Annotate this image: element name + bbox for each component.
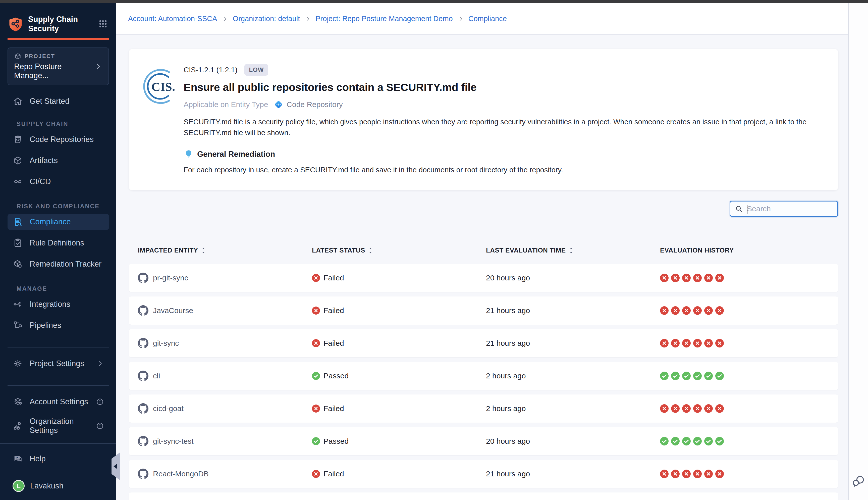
info-icon[interactable] — [96, 422, 104, 430]
entity-name-link[interactable]: git-sync — [153, 339, 179, 348]
user-menu[interactable]: L Lavakush — [8, 478, 109, 494]
supply-chain-security-logo-icon — [8, 16, 24, 32]
box-gear-icon — [13, 259, 23, 269]
column-header-impacted-entity[interactable]: IMPACTED ENTITY — [138, 247, 312, 254]
status-label: Failed — [324, 339, 344, 348]
latest-status-cell: Failed — [312, 339, 486, 348]
table-row[interactable]: git-sync-test Passed 20 hours ago — [129, 427, 838, 455]
entity-name-link[interactable]: git-sync-test — [153, 437, 194, 445]
history-fail-icon — [682, 306, 691, 315]
table-row[interactable]: cli Passed 2 hours ago — [129, 362, 838, 390]
history-fail-icon — [704, 404, 713, 413]
sidebar-item-integrations[interactable]: Integrations — [8, 296, 109, 312]
history-fail-icon — [715, 306, 724, 315]
breadcrumb-organization-link[interactable]: Organization: default — [233, 14, 300, 23]
breadcrumb-account-link[interactable]: Account: Automation-SSCA — [128, 14, 217, 23]
table-header: IMPACTED ENTITY LATEST STATUS LAST EVALU… — [129, 247, 838, 254]
sidebar-item-label: Rule Definitions — [30, 238, 84, 248]
evaluation-history — [660, 274, 829, 282]
sort-icon[interactable] — [368, 247, 373, 254]
cube-icon — [14, 53, 22, 60]
section-title-risk-and-compliance: RISK AND COMPLIANCE — [16, 203, 116, 210]
history-pass-icon — [715, 437, 724, 445]
sort-icon[interactable] — [201, 247, 206, 254]
history-fail-icon — [671, 404, 680, 413]
history-fail-icon — [682, 469, 691, 478]
breadcrumb-project-link[interactable]: Project: Repo Posture Management Demo — [315, 14, 453, 23]
entity-name-link[interactable]: pr-git-sync — [153, 274, 188, 282]
compliance-document-icon — [13, 217, 23, 227]
sidebar-item-cicd[interactable]: CI/CD — [8, 174, 109, 190]
table-row[interactable] — [129, 492, 838, 500]
artifacts-icon — [13, 155, 23, 166]
column-header-last-evaluation-time[interactable]: LAST EVALUATION TIME — [486, 247, 660, 254]
sidebar-item-pipelines[interactable]: Pipelines — [8, 317, 109, 333]
remediation-text: For each repository in use, create a SEC… — [184, 166, 823, 174]
lightbulb-icon — [184, 149, 194, 159]
status-icon — [312, 372, 320, 380]
history-fail-icon — [682, 274, 691, 282]
table-row[interactable]: pr-git-sync Failed 20 hours ago — [129, 264, 838, 292]
github-icon — [138, 273, 148, 283]
history-pass-icon — [660, 372, 669, 380]
status-icon — [312, 437, 320, 445]
table-row[interactable]: React-MongoDB Failed 21 hours ago — [129, 460, 838, 488]
column-header-latest-status[interactable]: LATEST STATUS — [312, 247, 486, 254]
last-evaluation-time: 2 hours ago — [486, 404, 660, 413]
sidebar-item-compliance[interactable]: Compliance — [8, 214, 109, 230]
chevron-right-icon — [94, 62, 103, 71]
table-row[interactable]: JavaCourse Failed 21 hours ago — [129, 296, 838, 325]
evaluation-history — [660, 469, 829, 478]
breadcrumb: Account: Automation-SSCA Organization: d… — [128, 14, 507, 23]
sidebar-item-remediation-tracker[interactable]: Remediation Tracker — [8, 256, 109, 272]
search-box[interactable] — [730, 201, 838, 217]
entity-name-link[interactable]: cicd-goat — [153, 404, 184, 413]
last-evaluation-time: 21 hours ago — [486, 306, 660, 315]
sidebar-item-organization-settings[interactable]: Organization Settings — [8, 418, 109, 434]
section-title-supply-chain: SUPPLY CHAIN — [16, 120, 116, 127]
rule-title: Ensure all public repositories contain a… — [184, 81, 823, 93]
search-input[interactable] — [747, 205, 833, 213]
sidebar-item-code-repositories[interactable]: Code Repositories — [8, 132, 109, 147]
evaluation-history — [660, 404, 829, 413]
github-icon — [138, 371, 148, 381]
chevron-right-icon — [222, 15, 228, 22]
evaluation-history — [660, 339, 829, 348]
sidebar-item-account-settings[interactable]: Account Settings — [8, 394, 109, 410]
sidebar-item-label: Integrations — [30, 300, 70, 309]
sidebar-item-label: Account Settings — [30, 397, 88, 406]
rule-id: CIS-1.2.1 (1.2.1) — [184, 66, 238, 74]
history-fail-icon — [693, 469, 702, 478]
table-row[interactable]: cicd-goat Failed 2 hours ago — [129, 395, 838, 423]
chevron-right-icon — [304, 15, 311, 22]
history-fail-icon — [671, 274, 680, 282]
entity-name-link[interactable]: JavaCourse — [153, 306, 193, 315]
breadcrumb-compliance-link[interactable]: Compliance — [468, 14, 507, 23]
sort-icon[interactable] — [569, 247, 574, 254]
history-pass-icon — [704, 437, 713, 445]
sidebar-item-label: Get Started — [30, 97, 70, 106]
project-selector[interactable]: PROJECT Repo Posture Manage... — [8, 47, 109, 85]
entity-name-link[interactable]: cli — [153, 372, 160, 380]
table-row[interactable]: git-sync Failed 21 hours ago — [129, 329, 838, 357]
sidebar-item-rule-definitions[interactable]: Rule Definitions — [8, 235, 109, 251]
status-icon — [312, 339, 320, 347]
user-name: Lavakush — [30, 481, 63, 490]
sidebar-item-artifacts[interactable]: Artifacts — [8, 152, 109, 169]
brand-accent-bar — [8, 38, 109, 40]
cis-logo: CIS. — [142, 68, 180, 174]
sidebar-item-help[interactable]: ? Help — [8, 451, 109, 467]
app-switcher-grid-icon[interactable] — [97, 18, 108, 30]
github-icon — [138, 469, 148, 479]
info-icon[interactable] — [96, 398, 104, 406]
sidebar-item-project-settings[interactable]: Project Settings — [8, 355, 109, 372]
code-repositories-icon — [13, 134, 23, 145]
history-fail-icon — [682, 339, 691, 348]
section-title-manage: MANAGE — [16, 285, 116, 292]
entity-name-link[interactable]: React-MongoDB — [153, 469, 209, 478]
sidebar-item-label: CI/CD — [30, 177, 51, 186]
sidebar-item-get-started[interactable]: Get Started — [8, 93, 109, 109]
rule-description: SECURITY.md file is a security policy fi… — [184, 116, 823, 138]
evaluation-history — [660, 372, 829, 380]
support-chat-icon[interactable] — [852, 474, 866, 488]
